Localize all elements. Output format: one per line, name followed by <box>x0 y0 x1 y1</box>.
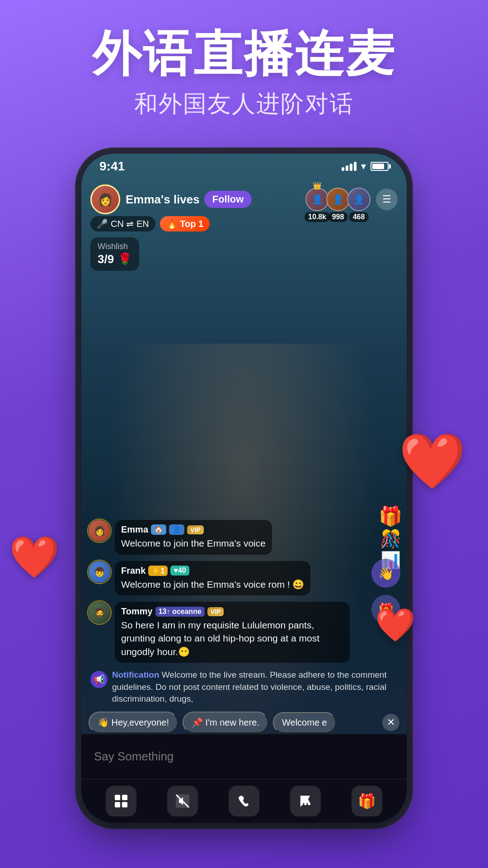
quick-reply-hey[interactable]: 👋 Hey,everyone! <box>89 712 178 733</box>
hero-section: 外语直播连麦 和外国友人进阶对话 <box>0 27 488 120</box>
menu-button[interactable]: ☰ <box>376 189 398 210</box>
viewer-avatar-1: 👑 👤 10.8k <box>305 188 329 211</box>
quick-reply-welcome[interactable]: Welcome e <box>273 712 336 733</box>
comment-emma: 👩 Emma 🏠 👤 VIP Welcome to join the Emma'… <box>89 520 399 554</box>
tommy-badge-vip: VIP <box>207 607 224 616</box>
viewer-avatar-3: 👤 468 <box>347 188 371 211</box>
wishlish-box: Wishlish 3/9 🌹 <box>90 237 139 271</box>
host-avatar: 👩 <box>90 184 120 214</box>
frank-text: Welcome to join the Emma's voice rom ! 😀 <box>121 578 304 591</box>
host-name: Emma's lives <box>126 193 200 207</box>
close-quick-replies[interactable]: ✕ <box>382 714 399 731</box>
translation-section: 🎤 CN ⇌ EN 🔥 Top 1 <box>90 216 210 231</box>
stream-header: 👩 Emma's lives Follow 👑 👤 10.8k <box>81 179 407 220</box>
translation-badge: 🎤 CN ⇌ EN <box>90 216 155 231</box>
emma-header: Emma 🏠 👤 VIP <box>121 524 266 535</box>
follow-button[interactable]: Follow <box>204 191 252 208</box>
wishlish-emoji: 🌹 <box>117 252 132 266</box>
hero-title: 外语直播连麦 <box>0 27 488 81</box>
comment-tommy: 🧔 Tommy 13↑ oceanne VIP So here I am in … <box>89 602 399 663</box>
wave-button[interactable]: 👋 <box>371 559 400 588</box>
host-info: Emma's lives Follow <box>126 191 300 208</box>
viewer-count-3: 468 <box>349 212 369 222</box>
phone-screen: 9:41 ▾ 👩 <box>81 154 407 823</box>
comments-section: 👩 Emma 🏠 👤 VIP Welcome to join the Emma'… <box>81 520 407 705</box>
mic-icon: 🎤 <box>97 218 108 229</box>
tommy-header: Tommy 13↑ oceanne VIP <box>121 606 343 617</box>
battery-icon <box>371 162 389 171</box>
wishlish-count: 3/9 🌹 <box>98 252 132 266</box>
tommy-badge-1: 13↑ oceanne <box>155 607 205 617</box>
quick-reply-new[interactable]: 📌 I'm new here. <box>183 712 268 733</box>
phone-frame: 9:41 ▾ 👩 <box>81 154 407 823</box>
top-badge: 🔥 Top 1 <box>160 216 210 231</box>
frank-avatar: 👦 <box>89 561 110 583</box>
bottom-icons-row: 🎁 <box>81 779 407 823</box>
viewer-avatar-2: 👤 998 <box>326 188 350 211</box>
say-something-input[interactable]: Say Something <box>90 750 398 764</box>
signal-icon <box>342 162 357 171</box>
call-icon-button[interactable] <box>229 786 259 816</box>
svg-point-8 <box>300 802 303 805</box>
svg-rect-2 <box>115 802 120 807</box>
svg-point-7 <box>304 802 307 805</box>
flag-icon-button[interactable] <box>290 786 321 816</box>
viewer-count-2: 998 <box>328 212 348 222</box>
notification-text: Notification Welcome to the live stream.… <box>112 669 398 705</box>
emma-text: Welcome to join the Emma's voice <box>121 537 266 550</box>
input-row: Say Something <box>81 734 407 779</box>
emma-avatar: 👩 <box>89 520 110 542</box>
emma-bubble: Emma 🏠 👤 VIP Welcome to join the Emma's … <box>115 520 272 554</box>
quick-replies: 👋 Hey,everyone! 📌 I'm new here. Welcome … <box>81 712 407 733</box>
emma-name: Emma <box>121 524 148 535</box>
translation-text: CN ⇌ EN <box>111 218 149 229</box>
frank-header: Frank ⚡1 ♥40 <box>121 566 304 576</box>
phone-body: 9:41 ▾ 👩 <box>81 154 407 823</box>
svg-point-9 <box>308 802 310 805</box>
svg-rect-0 <box>115 795 120 800</box>
notification-item: 📢 Notification Welcome to the live strea… <box>89 669 399 705</box>
wifi-icon: ▾ <box>361 160 366 172</box>
status-time: 9:41 <box>99 159 342 174</box>
emma-badge-user: 👤 <box>169 524 184 535</box>
status-icons: ▾ <box>342 160 389 172</box>
frank-name: Frank <box>121 566 145 576</box>
mute-icon-button[interactable] <box>167 786 198 816</box>
notification-label: Notification <box>112 670 160 679</box>
svg-rect-1 <box>122 795 127 800</box>
wishlish-label: Wishlish <box>98 242 132 251</box>
viewer-avatars: 👑 👤 10.8k 👤 998 👤 468 <box>305 188 371 211</box>
hero-subtitle: 和外国友人进阶对话 <box>0 88 488 120</box>
frank-badge-2: ♥40 <box>170 566 189 576</box>
frank-badge-1: ⚡1 <box>148 566 168 576</box>
bottom-bar: Say Something <box>81 734 407 823</box>
heart-decoration-bottom: ❤️ <box>375 606 416 644</box>
frank-bubble: Frank ⚡1 ♥40 Welcome to join the Emma's … <box>115 561 310 595</box>
tommy-name: Tommy <box>121 606 153 617</box>
tommy-avatar: 🧔 <box>89 602 110 623</box>
tommy-text: So here I am in my requisite Lululemon p… <box>121 618 343 658</box>
gift-icon-button[interactable]: 🎁 <box>352 786 382 816</box>
tommy-bubble: Tommy 13↑ oceanne VIP So here I am in my… <box>115 602 350 663</box>
emma-badge-home: 🏠 <box>151 524 166 535</box>
comment-frank: 👦 Frank ⚡1 ♥40 Welcome to join the Emma'… <box>89 561 399 595</box>
heart-decoration-right: ❤️ <box>399 429 466 493</box>
viewer-count-1: 10.8k <box>305 212 330 222</box>
heart-decoration-left: ❤️ <box>9 533 60 581</box>
grid-icon-button[interactable] <box>106 786 136 816</box>
notification-icon: 📢 <box>90 671 108 688</box>
emma-badge-vip: VIP <box>187 525 204 534</box>
svg-rect-3 <box>122 802 127 807</box>
status-bar: 9:41 ▾ <box>81 154 407 179</box>
